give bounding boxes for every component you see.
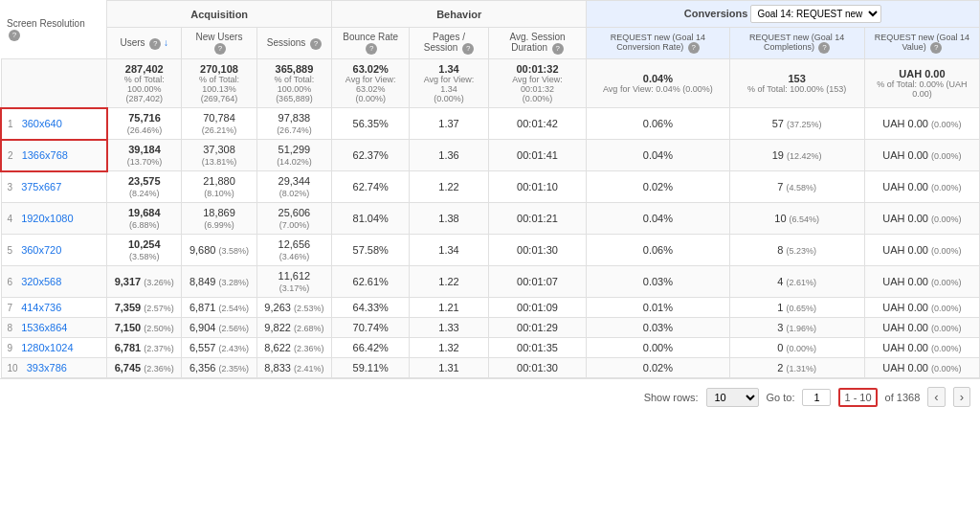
req-value-cell: UAH 0.00 (0.00%) [864, 266, 979, 298]
bounce-rate-header: Bounce Rate ? [332, 28, 410, 59]
bounce-rate-info-icon[interactable]: ? [366, 43, 377, 55]
pages-session-cell: 1.32 [410, 338, 489, 358]
sessions-cell: 11,612 (3.17%) [256, 266, 332, 298]
dimension-link[interactable]: 414x736 [21, 302, 61, 313]
avg-session-cell: 00:01:41 [488, 140, 586, 171]
pages-session-cell: 1.37 [410, 108, 489, 140]
avg-session-header: Avg. Session Duration ? [488, 28, 586, 59]
dimension-link[interactable]: 360x640 [22, 118, 62, 129]
req-value-cell: UAH 0.00 (0.00%) [864, 338, 979, 358]
pages-session-cell: 1.21 [410, 298, 489, 318]
req-conversion-cell: 0.02% [587, 171, 729, 203]
req-value-cell: UAH 0.00 (0.00%) [864, 298, 979, 318]
new-users-cell: 70,784 (26.21%) [182, 108, 256, 140]
pagination-bar: Show rows: 1025501005001000 Go to: 1 - 1… [0, 378, 980, 415]
req-conversion-cell: 0.00% [587, 338, 729, 358]
req-completions-cell: 10 (6.54%) [729, 203, 864, 235]
dimension-cell: 7 414x736 [1, 298, 107, 318]
row-number: 7 [8, 303, 13, 313]
avg-session-cell: 00:01:21 [488, 203, 586, 235]
dimension-cell: 10 393x786 [1, 358, 107, 378]
dimension-link[interactable]: 360x720 [21, 244, 61, 256]
dimension-cell: 5 360x720 [1, 235, 107, 266]
total-avg-session: 00:01:32 Avg for View: 00:01:32 (0.00%) [488, 59, 586, 108]
sessions-info-icon[interactable]: ? [310, 38, 322, 50]
dimension-cell: 4 1920x1080 [1, 203, 107, 235]
req-completions-cell: 19 (12.42%) [729, 140, 864, 171]
prev-page-button[interactable]: ‹ [927, 387, 945, 407]
table-row: 7 414x736 7,359 (2.57%) 6,871 (2.54%) 9,… [1, 298, 980, 318]
dimension-cell: 9 1280x1024 [1, 338, 107, 358]
req-completions-cell: 1 (0.65%) [729, 298, 864, 318]
req-value-info-icon[interactable]: ? [930, 42, 942, 54]
avg-session-cell: 00:01:42 [488, 108, 586, 140]
goal-select[interactable]: Goal 14: REQUEST new [750, 5, 881, 23]
row-number: 9 [8, 343, 13, 353]
show-rows-label: Show rows: [644, 392, 699, 403]
total-req-conversion: 0.04% Avg for View: 0.04% (0.00%) [587, 59, 729, 108]
dimension-info-icon[interactable]: ? [9, 30, 20, 41]
users-cell: 23,575 (8.24%) [107, 171, 182, 203]
goto-input[interactable] [802, 389, 831, 406]
total-users: 287,402 % of Total: 100.00% (287,402) [107, 59, 182, 108]
avg-session-info-icon[interactable]: ? [552, 43, 564, 55]
avg-session-cell: 00:01:29 [488, 318, 586, 338]
req-completions-info-icon[interactable]: ? [818, 42, 830, 54]
users-cell: 19,684 (6.88%) [107, 203, 182, 235]
data-table: Screen Resolution ? Acquisition Behavior… [0, 0, 980, 378]
new-users-cell: 18,869 (6.99%) [182, 203, 256, 235]
pages-session-info-icon[interactable]: ? [462, 43, 474, 55]
req-value-cell: UAH 0.00 (0.00%) [864, 235, 979, 266]
req-completions-cell: 7 (4.58%) [729, 171, 864, 203]
users-cell: 7,150 (2.50%) [107, 318, 182, 338]
total-bounce-rate: 63.02% Avg for View: 63.02% (0.00%) [332, 59, 410, 108]
row-number: 4 [8, 214, 13, 224]
pages-session-cell: 1.38 [410, 203, 489, 235]
users-info-icon[interactable]: ? [149, 38, 161, 50]
req-conversion-info-icon[interactable]: ? [688, 42, 700, 54]
dimension-link[interactable]: 320x568 [21, 276, 61, 287]
dimension-link[interactable]: 393x786 [27, 362, 67, 373]
req-completions-cell: 3 (1.96%) [729, 318, 864, 338]
bounce-rate-cell: 64.33% [332, 298, 410, 318]
users-cell: 6,781 (2.37%) [107, 338, 182, 358]
req-value-header: REQUEST new (Goal 14 Value) ? [864, 28, 979, 59]
pages-session-cell: 1.34 [410, 235, 489, 266]
bounce-rate-cell: 62.37% [332, 140, 410, 171]
next-page-button[interactable]: › [953, 387, 970, 407]
bounce-rate-cell: 70.74% [332, 318, 410, 338]
row-number: 8 [8, 323, 13, 333]
row-number: 10 [8, 363, 18, 373]
pages-session-cell: 1.36 [410, 140, 489, 171]
dimension-link[interactable]: 375x667 [21, 181, 61, 192]
new-users-cell: 21,880 (8.10%) [182, 171, 256, 203]
table-row: 6 320x568 9,317 (3.26%) 8,849 (3.28%) 11… [1, 266, 980, 298]
conversions-group-header: Conversions Goal 14: REQUEST new [587, 1, 980, 28]
goto-label: Go to: [767, 392, 795, 403]
total-pages-session: 1.34 Avg for View: 1.34 (0.00%) [410, 59, 489, 108]
req-completions-cell: 2 (1.31%) [729, 358, 864, 378]
dimension-link[interactable]: 1920x1080 [21, 213, 73, 224]
users-cell: 9,317 (3.26%) [107, 266, 182, 298]
sessions-cell: 8,833 (2.41%) [256, 358, 332, 378]
bounce-rate-cell: 62.74% [332, 171, 410, 203]
dimension-header: Screen Resolution ? [1, 1, 107, 59]
users-cell: 7,359 (2.57%) [107, 298, 182, 318]
req-completions-cell: 0 (0.00%) [729, 338, 864, 358]
behavior-group-header: Behavior [332, 1, 587, 28]
total-new-users: 270,108 % of Total: 100.13% (269,764) [182, 59, 256, 108]
users-header[interactable]: Users ? ↓ [107, 28, 182, 59]
dimension-cell: 6 320x568 [1, 266, 107, 298]
page-range: 1 - 10 [838, 388, 877, 407]
acquisition-group-header: Acquisition [107, 1, 332, 28]
new-users-cell: 6,871 (2.54%) [182, 298, 256, 318]
new-users-info-icon[interactable]: ? [214, 43, 226, 55]
dimension-link[interactable]: 1366x768 [22, 149, 68, 161]
show-rows-select[interactable]: 1025501005001000 [706, 388, 759, 407]
req-conversion-cell: 0.01% [587, 298, 729, 318]
dimension-link[interactable]: 1280x1024 [21, 342, 73, 353]
dimension-link[interactable]: 1536x864 [21, 322, 67, 333]
avg-session-cell: 00:01:10 [488, 171, 586, 203]
row-number: 6 [8, 277, 13, 287]
dimension-cell: 8 1536x864 [1, 318, 107, 338]
